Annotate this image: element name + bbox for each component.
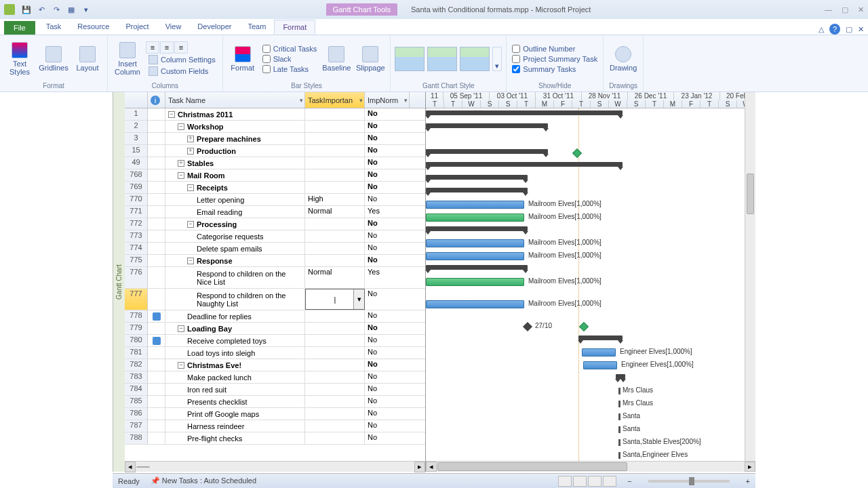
outline-toggle-icon[interactable]: − — [178, 172, 184, 179]
gantt-vertical-scrollbar[interactable] — [745, 92, 755, 461]
task-name-cell[interactable]: Respond to children on the Naughty List — [165, 289, 305, 310]
impnorm-cell[interactable]: No — [365, 121, 410, 132]
row-number[interactable]: 778 — [125, 310, 148, 322]
redo-icon[interactable]: ↷ — [50, 3, 62, 16]
task-name-cell[interactable]: Make packed lunch — [165, 371, 305, 383]
impnorm-cell[interactable]: No — [365, 384, 410, 395]
impnorm-cell[interactable]: No — [365, 169, 410, 181]
importance-cell[interactable] — [305, 310, 365, 322]
importance-cell[interactable] — [305, 255, 365, 266]
task-name-cell[interactable]: Presents checklist — [165, 396, 305, 407]
restore-icon[interactable]: ▢ — [842, 5, 848, 14]
impnorm-cell[interactable]: No — [365, 323, 410, 334]
custom-fields-button[interactable]: Custom Fields — [146, 66, 218, 77]
options-icon[interactable]: ▢ — [846, 25, 852, 34]
view-usage-icon[interactable] — [573, 476, 587, 487]
milestone-icon[interactable] — [579, 322, 589, 331]
late-tasks-check[interactable]: Late Tasks — [261, 64, 319, 74]
task-name-cell[interactable]: Email reading — [165, 206, 305, 218]
critical-tasks-check[interactable]: Critical Tasks — [261, 44, 319, 54]
row-number[interactable]: 769 — [125, 182, 148, 193]
importance-cell[interactable]: |▾ — [305, 289, 365, 310]
gantt-horizontal-scrollbar[interactable]: ◂ ▸ — [426, 461, 755, 472]
row-number[interactable]: 775 — [125, 255, 148, 266]
chevron-down-icon[interactable]: ▾ — [359, 97, 363, 104]
indicator-column-header[interactable]: i — [148, 92, 165, 108]
impnorm-cell[interactable]: No — [365, 359, 410, 371]
importance-cell[interactable] — [305, 384, 365, 395]
minimize-ribbon-icon[interactable]: △ — [818, 25, 824, 34]
table-row[interactable]: 770Letter openingHighNo — [125, 194, 425, 206]
outline-toggle-icon[interactable]: − — [187, 221, 194, 228]
impnorm-cell[interactable]: No — [365, 243, 410, 254]
summary-bar[interactable] — [426, 226, 528, 231]
importance-cell[interactable] — [305, 243, 365, 254]
layout-button[interactable]: Layout — [72, 38, 103, 80]
task-bar[interactable] — [618, 413, 620, 420]
save-icon[interactable]: 💾 — [20, 3, 33, 16]
outline-toggle-icon[interactable]: + — [178, 160, 184, 167]
table-row[interactable]: 777Respond to children on the Naughty Li… — [125, 289, 425, 310]
print-icon[interactable]: ▦ — [65, 3, 77, 16]
impnorm-cell[interactable]: No — [365, 194, 410, 205]
summary-bar[interactable] — [426, 149, 548, 154]
importance-cell[interactable]: Normal — [305, 206, 365, 218]
outline-toggle-icon[interactable]: − — [187, 184, 194, 191]
importance-cell[interactable] — [305, 157, 365, 169]
importance-cell[interactable] — [305, 145, 365, 157]
status-mode[interactable]: 📌 New Tasks : Auto Scheduled — [151, 476, 256, 485]
drawing-button[interactable]: Drawing — [608, 38, 639, 80]
view-resource-icon[interactable] — [603, 476, 616, 487]
table-row[interactable]: 785Presents checklistNo — [125, 396, 425, 408]
task-name-cell[interactable]: −Response — [165, 255, 305, 266]
row-number[interactable]: 782 — [125, 359, 148, 371]
tab-team[interactable]: Team — [239, 20, 274, 35]
table-row[interactable]: 49+StablesNo — [125, 157, 425, 169]
row-number[interactable]: 786 — [125, 408, 148, 420]
tab-resource[interactable]: Resource — [69, 20, 117, 35]
table-row[interactable]: 775−ResponseNo — [125, 255, 425, 267]
impnorm-cell[interactable]: No — [365, 182, 410, 193]
impnorm-cell[interactable]: No — [365, 432, 410, 444]
summary-bar[interactable] — [426, 162, 623, 167]
importance-cell[interactable] — [305, 182, 365, 193]
align-right-icon[interactable]: ≡ — [174, 41, 188, 54]
chevron-down-icon[interactable]: ▾ — [300, 97, 303, 104]
row-number[interactable]: 787 — [125, 420, 148, 432]
impnorm-cell[interactable]: Yes — [365, 267, 410, 288]
table-row[interactable]: 774Delete spam emailsNo — [125, 243, 425, 255]
importance-column-header[interactable]: TaskImportan▾ — [305, 92, 365, 108]
outline-toggle-icon[interactable]: − — [168, 111, 175, 118]
close-doc-icon[interactable]: ✕ — [858, 25, 864, 34]
importance-cell[interactable] — [305, 359, 365, 371]
slippage-button[interactable]: Slippage — [355, 38, 386, 80]
table-row[interactable]: 771Email readingNormalYes — [125, 206, 425, 218]
scroll-right-icon[interactable]: ▸ — [414, 462, 425, 472]
importance-cell[interactable] — [305, 420, 365, 432]
row-number[interactable]: 768 — [125, 169, 148, 181]
chevron-down-icon[interactable]: ▾ — [353, 289, 364, 309]
table-horizontal-scrollbar[interactable]: ◂ ▸ — [125, 461, 425, 472]
outline-toggle-icon[interactable]: − — [178, 325, 184, 332]
milestone-icon[interactable] — [572, 148, 582, 158]
task-name-cell[interactable]: −Mail Room — [165, 169, 305, 181]
importance-cell[interactable] — [305, 371, 365, 383]
slack-check[interactable]: Slack — [261, 54, 319, 64]
importance-cell[interactable] — [305, 408, 365, 420]
table-row[interactable]: 2−WorkshopNo — [125, 121, 425, 133]
task-name-cell[interactable]: Delete spam emails — [165, 243, 305, 254]
zoom-in-icon[interactable]: + — [746, 477, 750, 485]
row-number[interactable]: 774 — [125, 243, 148, 254]
project-summary-check[interactable]: Project Summary Task — [511, 54, 599, 64]
tab-format[interactable]: Format — [274, 20, 315, 35]
importance-cell[interactable] — [305, 121, 365, 132]
task-name-cell[interactable]: −Workshop — [165, 121, 305, 132]
view-team-icon[interactable] — [588, 476, 601, 487]
row-number[interactable]: 785 — [125, 396, 148, 407]
importance-cell[interactable] — [305, 169, 365, 181]
row-number[interactable]: 779 — [125, 323, 148, 334]
impnorm-cell[interactable]: Yes — [365, 206, 410, 218]
summary-bar[interactable] — [426, 175, 528, 180]
view-strip[interactable]: Gantt Chart — [113, 92, 125, 472]
task-name-cell[interactable]: +Prepare machines — [165, 133, 305, 144]
